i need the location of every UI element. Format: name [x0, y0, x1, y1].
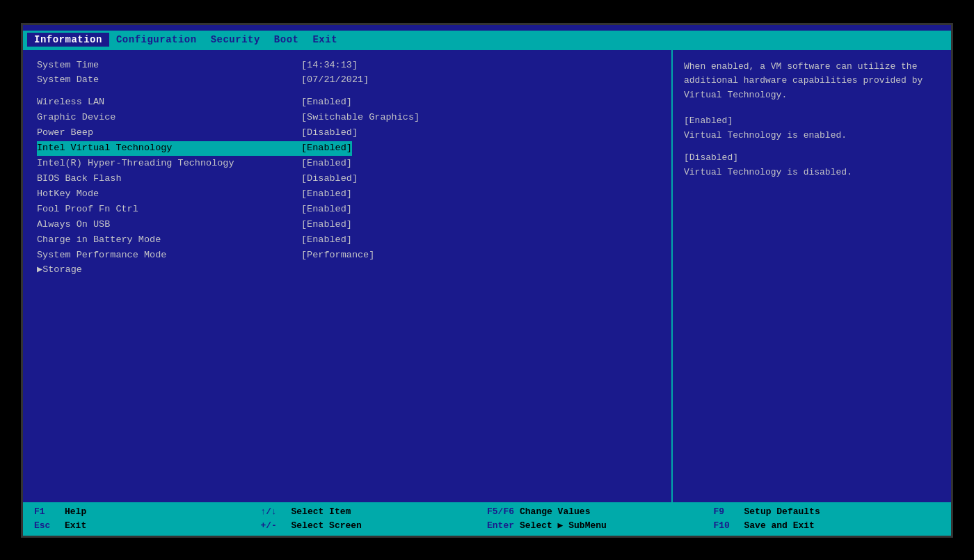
setting-label-6: Intel Virtual Technology	[37, 141, 301, 156]
setting-label-8: BIOS Back Flash	[37, 172, 301, 186]
status-key-3-1: F10	[714, 519, 739, 533]
setting-row-13: System Performance Mode[Performance]	[37, 248, 657, 263]
status-entry-1-0: ↑/↓Select Item	[261, 505, 488, 519]
status-desc-2-1: Select ▶ SubMenu	[520, 519, 607, 533]
help-description: When enabled, a VM software can utilize …	[684, 60, 940, 103]
setting-value-8: [Disabled]	[301, 172, 358, 186]
setting-label-11: Always On USB	[37, 218, 301, 232]
status-col-1: ↑/↓Select Item+/-Select Screen	[261, 505, 488, 533]
setting-row-12: Charge in Battery Mode[Enabled]	[37, 233, 657, 248]
setting-row-8: BIOS Back Flash[Disabled]	[37, 172, 657, 186]
status-desc-3-0: Setup Defaults	[744, 505, 820, 519]
setting-value-5: [Disabled]	[301, 126, 358, 141]
setting-value-12: [Enabled]	[301, 233, 352, 248]
status-entry-1-1: +/-Select Screen	[261, 519, 488, 533]
setting-row-3: Wireless LAN[Enabled]	[37, 95, 657, 110]
status-desc-1-0: Select Item	[292, 505, 351, 519]
setting-value-1: [07/21/2021]	[301, 73, 369, 88]
status-key-1-1: +/-	[261, 519, 286, 533]
main-area: System Time[14:34:13]System Date[07/21/2…	[23, 49, 951, 502]
status-key-2-1: Enter	[487, 519, 514, 533]
setting-label-0: System Time	[37, 58, 301, 73]
setting-label-4: Graphic Device	[37, 111, 301, 125]
status-desc-2-0: Change Values	[520, 505, 590, 519]
setting-label-7: Intel(R) Hyper-Threading Technology	[37, 157, 301, 171]
status-col-0: F1HelpEscExit	[34, 505, 261, 533]
setting-row-1: System Date[07/21/2021]	[37, 73, 657, 88]
status-key-1-0: ↑/↓	[261, 505, 286, 519]
status-col-2: F5/F6Change ValuesEnterSelect ▶ SubMenu	[487, 505, 714, 533]
setting-value-0: [14:34:13]	[301, 58, 358, 73]
status-entry-0-0: F1Help	[34, 505, 261, 519]
bios-screen: InformationConfigurationSecurityBootExit…	[21, 23, 953, 538]
setting-value-11: [Enabled]	[301, 218, 352, 232]
setting-row-7: Intel(R) Hyper-Threading Technology[Enab…	[37, 157, 657, 171]
status-entry-2-0: F5/F6Change Values	[487, 505, 714, 519]
setting-label-10: Fool Proof Fn Ctrl	[37, 202, 301, 217]
help-panel: When enabled, a VM software can utilize …	[673, 50, 951, 502]
help-option-0: [Enabled]Virtual Technology is enabled.	[684, 114, 940, 143]
title-bar	[23, 25, 951, 31]
help-option-desc-1: Virtual Technology is disabled.	[684, 166, 940, 180]
setting-label-3: Wireless LAN	[37, 95, 301, 110]
status-key-0-1: Esc	[34, 519, 59, 533]
spacer-2	[37, 88, 657, 95]
menu-item-information[interactable]: Information	[27, 33, 109, 47]
menu-item-security[interactable]: Security	[204, 33, 267, 47]
status-entry-3-1: F10Save and Exit	[714, 519, 941, 533]
setting-value-6: [Enabled]	[301, 141, 352, 156]
help-option-value-1: [Disabled]	[684, 151, 940, 166]
status-desc-3-1: Save and Exit	[744, 519, 815, 533]
status-bar: F1HelpEscExit↑/↓Select Item+/-Select Scr…	[23, 502, 951, 536]
status-entry-0-1: EscExit	[34, 519, 261, 533]
setting-value-7: [Enabled]	[301, 157, 352, 171]
setting-value-9: [Enabled]	[301, 187, 352, 202]
menu-item-configuration[interactable]: Configuration	[109, 33, 204, 47]
setting-row-11: Always On USB[Enabled]	[37, 218, 657, 232]
setting-row-0: System Time[14:34:13]	[37, 58, 657, 73]
setting-value-10: [Enabled]	[301, 202, 352, 217]
menu-item-boot[interactable]: Boot	[267, 33, 306, 47]
status-entry-3-0: F9Setup Defaults	[714, 505, 941, 519]
status-key-0-0: F1	[34, 505, 59, 519]
setting-row-10: Fool Proof Fn Ctrl[Enabled]	[37, 202, 657, 217]
setting-row-4: Graphic Device[Switchable Graphics]	[37, 111, 657, 125]
setting-label-1: System Date	[37, 73, 301, 88]
status-key-2-0: F5/F6	[487, 505, 514, 519]
status-col-3: F9Setup DefaultsF10Save and Exit	[714, 505, 941, 533]
setting-value-3: [Enabled]	[301, 95, 352, 110]
setting-value-13: [Performance]	[301, 248, 374, 263]
status-desc-0-1: Exit	[65, 519, 86, 533]
help-option-desc-0: Virtual Technology is enabled.	[684, 129, 940, 143]
help-option-value-0: [Enabled]	[684, 114, 940, 129]
setting-label-13: System Performance Mode	[37, 248, 301, 263]
setting-row-9: HotKey Mode[Enabled]	[37, 187, 657, 202]
status-desc-0-0: Help	[65, 505, 86, 519]
setting-label-9: HotKey Mode	[37, 187, 301, 202]
setting-row-5: Power Beep[Disabled]	[37, 126, 657, 141]
setting-label-14: ▶Storage	[37, 263, 301, 278]
status-desc-1-1: Select Screen	[292, 519, 362, 533]
setting-row-6[interactable]: Intel Virtual Technology[Enabled]	[37, 141, 657, 156]
setting-label-5: Power Beep	[37, 126, 301, 141]
menu-item-exit[interactable]: Exit	[305, 33, 344, 47]
status-key-3-0: F9	[714, 505, 739, 519]
menu-bar: InformationConfigurationSecurityBootExit	[23, 31, 951, 49]
setting-value-4: [Switchable Graphics]	[301, 111, 420, 125]
config-panel: System Time[14:34:13]System Date[07/21/2…	[23, 50, 673, 502]
setting-label-12: Charge in Battery Mode	[37, 233, 301, 248]
setting-row-14: ▶Storage	[37, 263, 657, 278]
help-option-1: [Disabled]Virtual Technology is disabled…	[684, 151, 940, 180]
status-entry-2-1: EnterSelect ▶ SubMenu	[487, 519, 714, 533]
